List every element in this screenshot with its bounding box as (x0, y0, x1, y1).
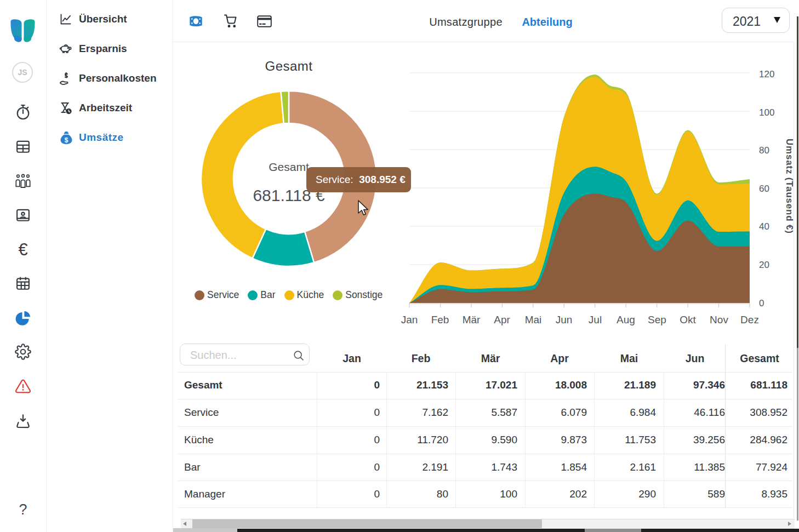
svg-text:$: $ (65, 136, 69, 144)
